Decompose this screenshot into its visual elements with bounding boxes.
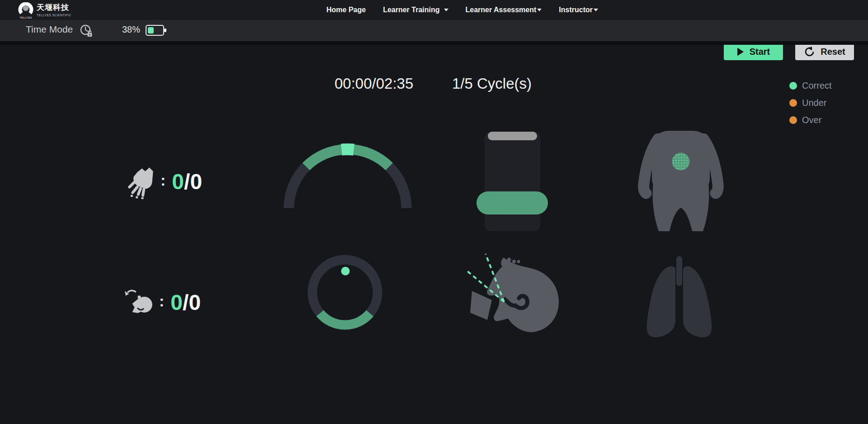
compression-separator: / bbox=[184, 169, 190, 194]
ring-marker-dot bbox=[341, 267, 350, 276]
compression-depth-indicator bbox=[476, 132, 548, 232]
toolbar: Time Mode 38% Start R bbox=[0, 20, 868, 41]
compression-counter: : 0 / 0 bbox=[128, 164, 202, 199]
over-dot-icon bbox=[789, 116, 797, 124]
ventilation-separator: / bbox=[183, 290, 189, 315]
ventilation-total: 0 bbox=[189, 290, 201, 315]
depth-target-zone bbox=[476, 191, 548, 214]
legend-item-correct: Correct bbox=[789, 77, 832, 94]
legend-item-under: Under bbox=[789, 94, 832, 111]
head-tilt-icon bbox=[125, 288, 155, 317]
lungs-icon bbox=[637, 255, 722, 340]
nav-item-learner-assessment[interactable]: Learner Assessment bbox=[466, 6, 542, 14]
colon: : bbox=[159, 292, 164, 310]
clock-lock-icon[interactable] bbox=[80, 24, 94, 40]
reset-button[interactable]: Reset bbox=[795, 43, 854, 60]
manikin-torso bbox=[632, 127, 730, 232]
battery-fill bbox=[148, 27, 154, 33]
chevron-down-icon bbox=[594, 9, 598, 11]
nav-item-home-page[interactable]: Home Page bbox=[326, 6, 366, 14]
compression-count: 0 bbox=[172, 169, 184, 194]
reset-icon bbox=[804, 46, 815, 57]
ventilation-ring-gauge bbox=[304, 252, 386, 333]
cycle-counter: 1/5 Cycle(s) bbox=[452, 75, 532, 92]
chevron-down-icon bbox=[537, 9, 542, 11]
battery-icon bbox=[146, 25, 166, 36]
brand-name-cn: 天堰科技 bbox=[37, 2, 71, 13]
under-dot-icon bbox=[789, 99, 797, 107]
play-icon bbox=[737, 48, 744, 56]
legend-item-over: Over bbox=[789, 111, 832, 129]
cpr-training-screen: TELLYES 天堰科技 TELLYES SCIENTIFIC Home Pag… bbox=[0, 0, 868, 424]
nav-item-instructor[interactable]: Instructor bbox=[559, 6, 598, 14]
compression-rate-gauge bbox=[280, 141, 415, 218]
time-mode-label: Time Mode bbox=[26, 24, 73, 35]
chevron-down-icon bbox=[444, 9, 448, 11]
ventilation-counter: : 0 / 0 bbox=[125, 288, 201, 317]
logo-wordmark: TELLYES bbox=[18, 16, 33, 19]
compression-total: 0 bbox=[190, 169, 202, 194]
colon: : bbox=[160, 172, 165, 189]
depth-track bbox=[485, 132, 540, 231]
main-nav: Home Page Learner Training Learner Asses… bbox=[326, 0, 598, 20]
brand-logo[interactable]: TELLYES 天堰科技 TELLYES SCIENTIFIC bbox=[18, 2, 71, 19]
depth-top-cap bbox=[488, 132, 537, 140]
brand-name-en: TELLYES SCIENTIFIC bbox=[37, 14, 71, 17]
top-nav-bar: TELLYES 天堰科技 TELLYES SCIENTIFIC Home Pag… bbox=[0, 0, 868, 20]
status-legend: Correct Under Over bbox=[789, 77, 832, 129]
ring-target-zone bbox=[320, 313, 370, 325]
airway-head-diagram bbox=[466, 252, 566, 339]
tellyes-logo-icon: TELLYES bbox=[18, 2, 33, 19]
nav-item-learner-training[interactable]: Learner Training bbox=[383, 6, 448, 14]
battery-percent-label: 38% bbox=[122, 24, 140, 35]
ventilation-count: 0 bbox=[170, 290, 183, 315]
rate-marker bbox=[341, 149, 354, 150]
session-timer: 00:00/02:35 bbox=[335, 75, 413, 92]
section-divider bbox=[0, 41, 868, 45]
hand-icon bbox=[128, 164, 156, 199]
start-button[interactable]: Start bbox=[724, 43, 783, 60]
correct-dot-icon bbox=[789, 82, 797, 90]
